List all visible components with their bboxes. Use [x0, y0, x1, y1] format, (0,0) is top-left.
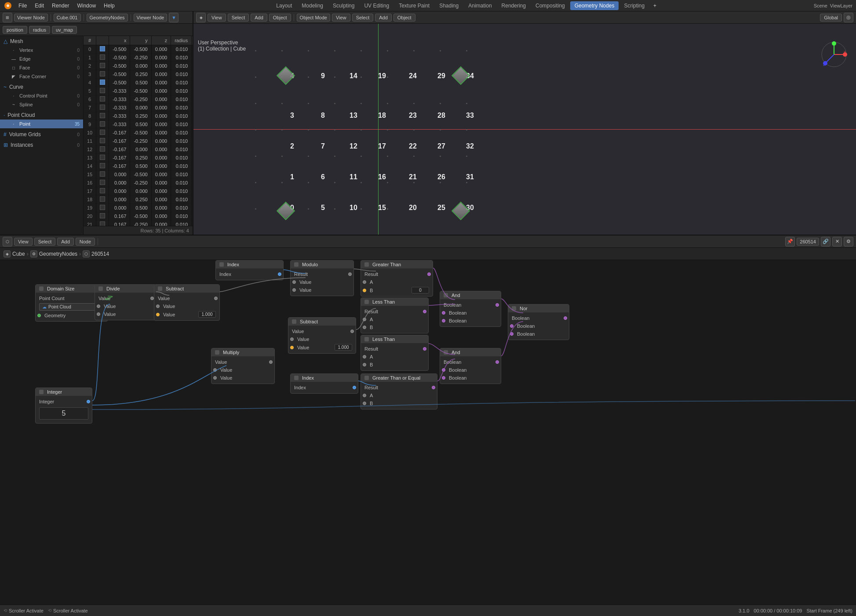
row-checkbox[interactable]: [100, 188, 105, 193]
multiply-collapse[interactable]: [215, 350, 219, 355]
cell-check[interactable]: [96, 70, 109, 79]
col-uvmap[interactable]: uv_map: [192, 36, 193, 45]
node-greater-than-header[interactable]: Greater Than: [361, 261, 433, 268]
row-checkbox[interactable]: [100, 155, 105, 160]
modulo-collapse[interactable]: [294, 262, 299, 267]
uvmap-toggle[interactable]: uv_map: [52, 26, 77, 34]
tab-geometry-nodes[interactable]: Geometry Nodes: [570, 1, 619, 10]
sidebar-volume-grids[interactable]: # Volume Grids 0: [0, 130, 83, 139]
tab-shading[interactable]: Shading: [435, 1, 463, 10]
cell-check[interactable]: [96, 204, 109, 212]
tab-uv-editing[interactable]: UV Editing: [360, 1, 393, 10]
node-gte-header[interactable]: Greater Than or Equal: [361, 374, 437, 382]
tab-compositing[interactable]: Compositing: [531, 1, 569, 10]
node-nor-header[interactable]: Nor: [508, 304, 569, 312]
node-subtract1-header[interactable]: Subtract: [154, 285, 219, 293]
node-tree-icon[interactable]: ⬡: [83, 250, 90, 257]
cell-check[interactable]: [96, 221, 109, 226]
cell-check[interactable]: [96, 104, 109, 112]
node-multiply-header[interactable]: Multiply: [211, 348, 274, 356]
node-less-than2-header[interactable]: Less Than: [361, 335, 428, 343]
modifier-select[interactable]: GeometryNodes: [87, 14, 128, 22]
node-less-than1-header[interactable]: Less Than: [361, 298, 428, 306]
row-checkbox[interactable]: [100, 54, 105, 60]
cell-check[interactable]: [96, 162, 109, 170]
divide-collapse[interactable]: [98, 286, 103, 291]
row-checkbox[interactable]: [100, 221, 105, 226]
node-link-btn[interactable]: 🔗: [821, 237, 831, 246]
row-checkbox[interactable]: [100, 171, 105, 177]
node-divide-header[interactable]: Divide: [95, 285, 156, 293]
position-toggle[interactable]: position: [3, 26, 27, 34]
cell-check[interactable]: [96, 45, 109, 54]
viewer-node-select[interactable]: Viewer Node: [14, 14, 48, 22]
subtract1-value-field[interactable]: 1.000: [198, 311, 216, 318]
node-index2-header[interactable]: Index: [291, 374, 358, 382]
and2-collapse[interactable]: [444, 350, 448, 355]
row-checkbox[interactable]: [100, 196, 105, 202]
scroller2-label[interactable]: Scroller Activate: [53, 608, 88, 613]
mode-select[interactable]: Object Mode: [297, 14, 330, 22]
viewport-select-btn[interactable]: Select: [228, 14, 249, 22]
row-checkbox[interactable]: [100, 63, 105, 68]
cell-check[interactable]: [96, 54, 109, 62]
node-subtract2-header[interactable]: Subtract: [288, 318, 356, 326]
domain-size-collapse[interactable]: [39, 286, 44, 291]
table-container[interactable]: # x y z radius uv_map 0: [84, 36, 193, 226]
sidebar-edge[interactable]: — Edge 0: [0, 54, 83, 63]
sidebar-curve[interactable]: ~ Curve: [0, 83, 83, 91]
node-pin-btn[interactable]: 📌: [785, 237, 795, 246]
cell-check[interactable]: [96, 112, 109, 120]
edit-menu-item[interactable]: Edit: [31, 2, 47, 10]
row-checkbox[interactable]: [100, 113, 105, 118]
cell-check[interactable]: [96, 179, 109, 187]
node-select-btn[interactable]: Select: [34, 238, 56, 246]
row-checkbox[interactable]: [100, 80, 105, 85]
node-canvas[interactable]: Domain Size Point Count ☁ Point Cloud ▼ …: [0, 260, 856, 605]
row-checkbox[interactable]: [100, 46, 105, 51]
tab-scripting[interactable]: Scripting: [619, 1, 649, 10]
subtract2-collapse[interactable]: [292, 319, 296, 324]
index2-collapse[interactable]: [294, 376, 299, 380]
tab-sculpting[interactable]: Sculpting: [328, 1, 359, 10]
cell-check[interactable]: [96, 187, 109, 196]
sidebar-face-corner[interactable]: ◤ Face Corner 0: [0, 72, 83, 81]
node-modulo-header[interactable]: Modulo: [291, 261, 353, 268]
col-pos-x[interactable]: x: [109, 36, 130, 45]
filter-btn[interactable]: ▼: [169, 13, 178, 22]
greater-than-b-value[interactable]: 0: [412, 287, 429, 294]
cell-check[interactable]: [96, 120, 109, 129]
and1-collapse[interactable]: [444, 293, 448, 297]
cell-check[interactable]: [96, 79, 109, 87]
cell-check[interactable]: [96, 170, 109, 179]
window-menu-item[interactable]: Window: [73, 2, 99, 10]
object-btn[interactable]: Object: [393, 14, 415, 22]
sidebar-control-point[interactable]: · Control Point 0: [0, 91, 83, 100]
sidebar-mesh[interactable]: △ Mesh: [0, 37, 83, 46]
viewport-add-btn[interactable]: Add: [251, 14, 267, 22]
node-x-btn[interactable]: ✕: [832, 237, 842, 246]
cell-check[interactable]: [96, 212, 109, 221]
sidebar-point[interactable]: · Point 35: [0, 120, 83, 128]
sidebar-spline[interactable]: ~ Spline 0: [0, 100, 83, 109]
col-pos-z[interactable]: z: [151, 36, 171, 45]
node-settings-btn[interactable]: ⚙: [844, 237, 853, 246]
row-checkbox[interactable]: [100, 138, 105, 143]
index1-collapse[interactable]: [219, 262, 224, 267]
greater-than-collapse[interactable]: [364, 262, 369, 267]
less-than2-collapse[interactable]: [364, 337, 369, 341]
spreadsheet-editor-type-btn[interactable]: ⊞: [3, 13, 12, 22]
help-menu-item[interactable]: Help: [100, 2, 118, 10]
cell-check[interactable]: [96, 129, 109, 137]
domain-size-dropdown[interactable]: ☁ Point Cloud ▼: [39, 303, 104, 311]
subtract2-value-field[interactable]: 1.000: [335, 344, 352, 351]
row-checkbox[interactable]: [100, 96, 105, 101]
node-integer-header[interactable]: Integer: [36, 388, 92, 396]
viewport-canvas[interactable]: User Perspective (1) Collection | Cube 0…: [193, 24, 856, 235]
viewport-view-btn[interactable]: View: [208, 14, 226, 22]
object-select[interactable]: Cube.001: [54, 14, 81, 22]
viewport-panel[interactable]: ◈ View Select Add Object Object Mode Vie…: [193, 11, 856, 235]
cell-check[interactable]: [96, 137, 109, 145]
sidebar-vertex[interactable]: · Vertex 0: [0, 46, 83, 54]
row-checkbox[interactable]: [100, 105, 105, 110]
